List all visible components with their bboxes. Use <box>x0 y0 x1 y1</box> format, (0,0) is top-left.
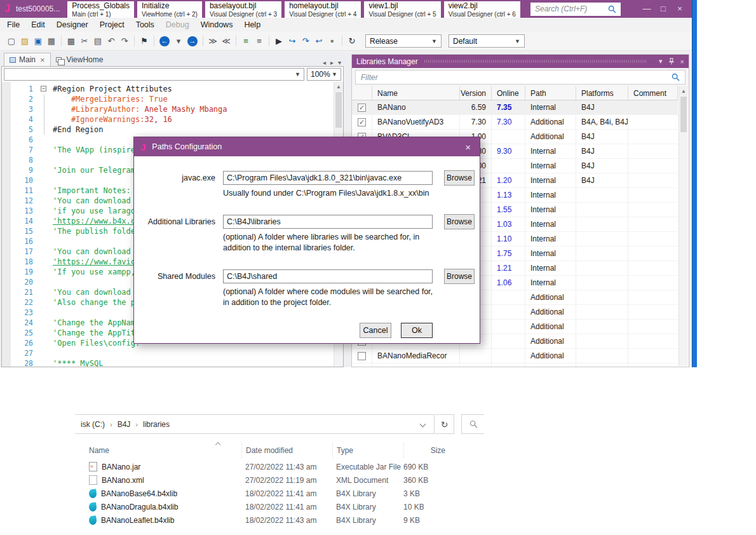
cut-icon[interactable]: ✂ <box>78 35 91 48</box>
code-link[interactable]: 'https://www.b4x.co <box>53 217 140 226</box>
scroll-tabs-left-icon[interactable]: ◂ <box>323 59 326 66</box>
column-platforms[interactable]: Platforms <box>576 86 628 100</box>
menu-help[interactable]: Help <box>238 20 266 29</box>
browse-button[interactable]: Browse <box>444 269 475 284</box>
close-dialog-button[interactable]: × <box>462 142 473 152</box>
column-comment[interactable]: Comment <box>628 86 678 100</box>
new-file-icon[interactable]: ▢ <box>5 35 18 48</box>
library-row[interactable]: ✓BANanoVuetifyAD37.307.30AdditionalB4A, … <box>352 115 678 130</box>
file-row[interactable]: BANanoDragula.b4xlib18/02/2022 11:41 amB… <box>75 500 484 513</box>
path-input-3[interactable]: C:\B4J\shared <box>223 269 433 283</box>
bookmark-icon[interactable]: ⚑ <box>138 35 151 48</box>
save-icon[interactable]: ▣ <box>32 35 44 48</box>
member-selector-combobox[interactable]: ▼ <box>4 68 304 81</box>
title-tab-3[interactable]: baselayout.bjlVisual Designer (ctrl + 3 <box>205 1 281 18</box>
menu-debug[interactable]: Debug <box>160 20 195 29</box>
refresh-button[interactable]: ↻ <box>435 414 454 434</box>
navigate-forward-icon[interactable]: → <box>187 36 198 46</box>
library-filter-input[interactable]: Filter <box>355 70 685 85</box>
scrollbar-thumb[interactable] <box>335 92 342 128</box>
menu-edit[interactable]: Edit <box>25 20 51 29</box>
undo-icon[interactable]: ↶ <box>105 35 118 48</box>
outdent-icon[interactable]: ≪ <box>220 35 233 48</box>
checkbox-checked-icon[interactable]: ✓ <box>358 118 366 126</box>
scrollbar-thumb[interactable] <box>680 97 687 132</box>
title-tab-1[interactable]: Process_GlobalsMain (ctrl + 1) <box>67 1 134 18</box>
build-configuration-combobox[interactable]: Release▼ <box>365 34 442 48</box>
editor-zoom-combobox[interactable]: 100% ▼ <box>307 68 341 81</box>
run-configuration-combobox[interactable]: Default▼ <box>449 34 525 48</box>
menu-file[interactable]: File <box>1 20 25 29</box>
window-position-dropdown-icon[interactable]: ▾ <box>659 57 663 65</box>
navigate-back-icon[interactable]: ← <box>159 36 170 46</box>
browse-button[interactable]: Browse <box>444 170 475 186</box>
address-bar[interactable]: isk (C:)›B4J›libraries <box>75 414 435 434</box>
step-out-icon[interactable]: ↩ <box>313 35 325 48</box>
path-input-2[interactable]: C:\B4J\libraries <box>223 215 433 229</box>
menu-windows[interactable]: Windows <box>195 20 239 29</box>
stop-icon[interactable]: ■ <box>326 35 339 48</box>
tab-main[interactable]: Main × <box>4 53 51 66</box>
breadcrumb-segment[interactable]: B4J <box>118 420 131 429</box>
title-tab-6[interactable]: view2.bjlVisual Designer (ctrl + 6 <box>444 1 520 18</box>
indent-icon[interactable]: ≫ <box>206 35 219 48</box>
library-row[interactable]: BANanoMediaRecorAdditional <box>352 349 678 363</box>
menu-tools[interactable]: Tools <box>130 20 160 29</box>
menu-project[interactable]: Project <box>94 20 130 29</box>
breadcrumb-segment[interactable]: libraries <box>143 420 170 429</box>
file-row[interactable]: BANano.jar27/02/2022 11:43 amExecutable … <box>75 460 484 473</box>
browse-button[interactable]: Browse <box>444 214 475 229</box>
file-row[interactable]: BANanoLeaflet.b4xlib18/02/2022 11:43 amB… <box>75 513 484 527</box>
column-name[interactable]: Name <box>372 86 460 100</box>
scroll-tabs-right-icon[interactable]: ▸ <box>330 59 334 66</box>
maximize-button[interactable]: □ <box>655 0 672 18</box>
duplicate-icon[interactable]: ▩ <box>65 35 78 48</box>
library-row[interactable]: ✓BANano6.597.35InternalB4J <box>352 100 678 115</box>
close-panel-icon[interactable]: × <box>680 58 684 65</box>
fold-toggle-icon[interactable]: − <box>41 86 46 91</box>
checkbox-unchecked-icon[interactable] <box>358 367 366 367</box>
column-name[interactable]: Name <box>75 442 241 459</box>
code-link[interactable]: 'https://www.favico <box>53 257 140 266</box>
checkbox-checked-icon[interactable]: ✓ <box>358 104 366 112</box>
address-dropdown-icon[interactable] <box>420 421 426 428</box>
scroll-up-icon[interactable]: ▲ <box>679 86 688 96</box>
column-size[interactable]: Size <box>403 442 453 459</box>
step-over-icon[interactable]: ↷ <box>299 35 312 48</box>
path-input-1[interactable]: C:\Program Files\Java\jdk1.8.0_321\bin\j… <box>223 171 433 185</box>
step-into-icon[interactable]: ↪ <box>286 35 299 48</box>
run-icon[interactable]: ▶ <box>273 35 285 48</box>
cancel-button[interactable]: Cancel <box>360 323 391 338</box>
title-tab-2[interactable]: InitializeViewHome (ctrl + 2) <box>137 1 202 18</box>
libraries-vertical-scrollbar[interactable]: ▲ <box>678 86 688 366</box>
column-date-modified[interactable]: Date modified <box>241 442 332 459</box>
ok-button[interactable]: Ok <box>401 323 433 338</box>
breadcrumb-segment[interactable]: isk (C:) <box>81 420 105 429</box>
back-history-dropdown-icon[interactable]: ▾ <box>172 35 185 48</box>
ide-search-box[interactable]: Search (Ctrl+F) <box>530 3 621 16</box>
menu-designer[interactable]: Designer <box>51 20 94 29</box>
tab-viewhome[interactable]: ViewHome <box>51 53 109 66</box>
column-type[interactable]: Type <box>332 442 403 459</box>
column-online[interactable]: Online <box>492 86 525 100</box>
open-project-icon[interactable]: ▨ <box>18 35 31 48</box>
tab-list-dropdown-icon[interactable]: ▾ <box>338 59 341 66</box>
title-tab-4[interactable]: homelayout.bjlVisual Designer (ctrl + 4 <box>285 1 361 18</box>
explorer-search-box[interactable] <box>461 414 484 434</box>
checkbox-unchecked-icon[interactable] <box>358 352 366 360</box>
scroll-up-icon[interactable]: ▲ <box>334 82 343 91</box>
title-tab-5[interactable]: view1.bjlVisual Designer (ctrl + 5 <box>364 1 440 18</box>
close-tab-icon[interactable]: × <box>40 55 45 65</box>
file-row[interactable]: BANanoBase64.b4xlib18/02/2022 11:41 amB4… <box>75 487 484 500</box>
paste-icon[interactable]: ▤ <box>91 35 104 48</box>
minimize-button[interactable]: — <box>638 0 655 18</box>
comment-icon[interactable]: ≡ <box>240 35 252 48</box>
export-project-icon[interactable]: ▦ <box>45 35 58 48</box>
uncomment-icon[interactable]: ≡ <box>253 35 266 48</box>
library-row[interactable]: BANanoP1.00Additional <box>352 363 678 367</box>
pin-icon[interactable] <box>668 58 675 65</box>
column-path[interactable]: Path <box>525 86 576 100</box>
file-row[interactable]: BANano.xml27/02/2022 11:19 amXML Documen… <box>75 473 484 487</box>
redo-icon[interactable]: ↷ <box>118 35 131 48</box>
close-button[interactable]: × <box>672 0 688 18</box>
